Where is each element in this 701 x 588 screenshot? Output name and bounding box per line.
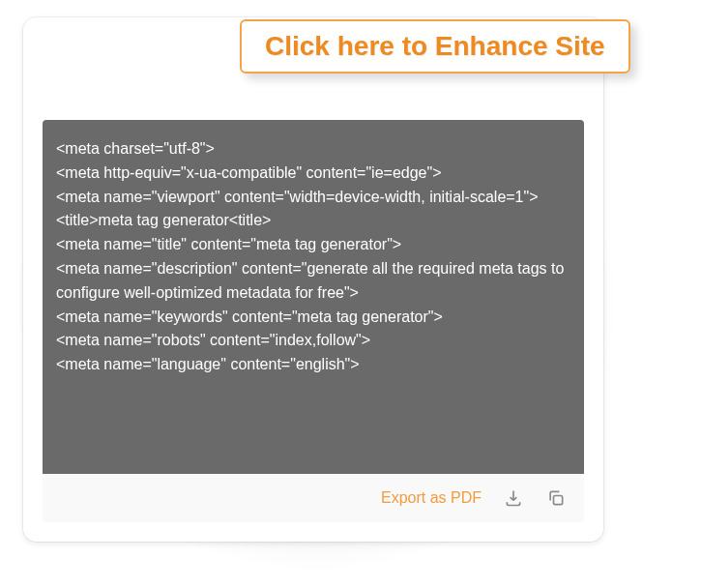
download-icon[interactable] [503, 487, 524, 509]
code-line: <title>meta tag generator<title> [56, 209, 570, 233]
enhance-site-callout[interactable]: Click here to Enhance Site [240, 19, 630, 74]
copy-icon[interactable] [545, 487, 567, 509]
output-card: Code <meta charset="utf-8"> <meta http-e… [23, 17, 603, 542]
code-line: <meta http-equiv="x-ua-compatible" conte… [56, 162, 570, 186]
code-line: <meta name="robots" content="index,follo… [56, 329, 570, 353]
callout-text: Click here to Enhance Site [265, 31, 605, 61]
export-pdf-link[interactable]: Export as PDF [381, 489, 482, 507]
code-line: <meta name="language" content="english"> [56, 353, 570, 377]
code-line: <meta name="keywords" content="meta tag … [56, 306, 570, 330]
code-line: <meta name="description" content="genera… [56, 257, 570, 306]
footer-toolbar: Export as PDF [43, 474, 584, 522]
code-line: <meta name="title" content="meta tag gen… [56, 233, 570, 257]
code-line: <meta name="viewport" content="width=dev… [56, 186, 570, 210]
code-line: <meta charset="utf-8"> [56, 137, 570, 162]
svg-rect-0 [554, 495, 563, 504]
code-output: <meta charset="utf-8"> <meta http-equiv=… [43, 120, 584, 474]
